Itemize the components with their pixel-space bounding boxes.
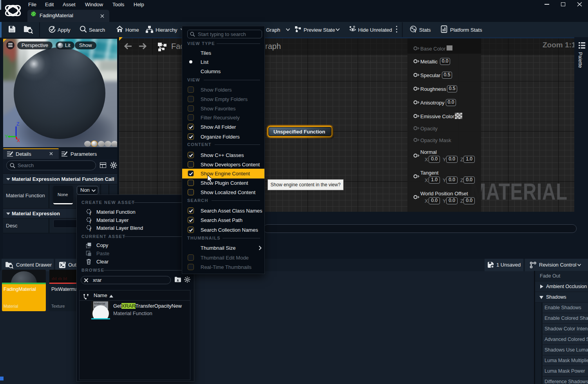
svg-text:f: f [90,211,92,215]
svg-text:X: X [17,138,20,142]
svg-text:i: i [415,29,416,33]
svg-text:f: f [90,227,92,231]
svg-text:Y: Y [5,134,8,139]
svg-text:f: f [90,219,92,224]
svg-text:Z: Z [16,122,19,127]
